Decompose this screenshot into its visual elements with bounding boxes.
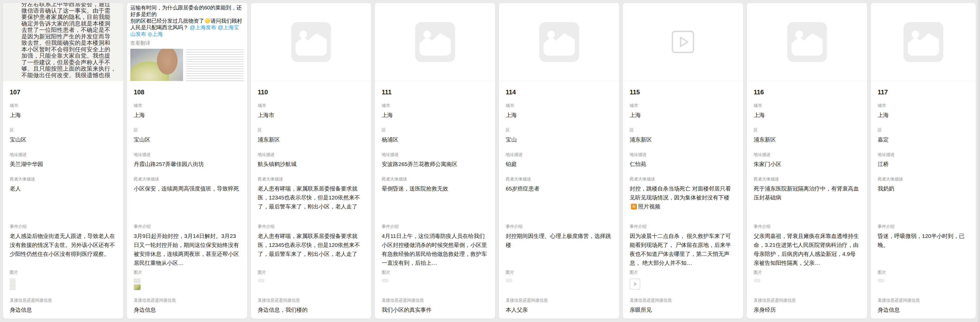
field-source: 直接信息还是间接信息 亲身经历 bbox=[754, 298, 860, 319]
field-source-label: 直接信息还是间接信息 bbox=[754, 298, 860, 303]
field-city: 城市 上海 bbox=[134, 103, 240, 127]
field-image: 图片 bbox=[382, 270, 488, 298]
you-badge-icon: 有 bbox=[631, 204, 637, 209]
card-gallery: 分左右联系上中华西居委会，通过 微信语音确认了这一事实。由于需 要保护患者家属的… bbox=[0, 0, 980, 319]
field-deceased-label: 死者大体描述 bbox=[878, 176, 969, 182]
attachment-thumbnail[interactable] bbox=[878, 279, 885, 282]
record-card-116[interactable]: 116 城市 上海 区 浦东新区 地址描述 朱家门小区 死者大体描述 死于浦东医… bbox=[746, 3, 867, 319]
field-event: 事件介绍 父亲周嘉祖，肾衰且瘫痪在床靠血透维持生命，3.21住进第七人民医院肾病… bbox=[754, 224, 860, 270]
field-deceased-label: 死者大体描述 bbox=[506, 176, 612, 182]
video-attachment-thumbnail[interactable] bbox=[630, 279, 640, 290]
attachment-thumbnail[interactable] bbox=[258, 279, 264, 282]
image-placeholder-icon bbox=[290, 20, 333, 64]
field-address-label: 地址描述 bbox=[382, 152, 488, 157]
field-city-label: 城市 bbox=[630, 103, 736, 109]
attachment-thumbnail[interactable] bbox=[382, 279, 388, 282]
field-event-value: 老人感染后物业街道无人跟进，导致老人在没有救援的情况下去世。另外该小区还有不少阳… bbox=[10, 232, 116, 259]
field-deceased: 死者大体描述 封控，跳楼自杀当场死亡 对面楼邻居只看见听见现场情况，因为集体被封… bbox=[630, 176, 736, 224]
record-card-108[interactable]: 运输有时间，为什么跟居委会的60的菜能到，还好多是烂的 别的区都已经分发过几批物… bbox=[127, 3, 247, 319]
field-image: 图片 bbox=[630, 270, 736, 298]
attachment-thumbnail[interactable] bbox=[754, 279, 760, 282]
attachment-thumbnail[interactable] bbox=[134, 279, 141, 284]
card-media-114 bbox=[499, 3, 619, 81]
field-event-label: 事件介绍 bbox=[630, 224, 736, 230]
field-deceased-label: 死者大体描述 bbox=[134, 176, 240, 182]
field-city-label: 城市 bbox=[878, 103, 969, 109]
field-district-value: 杨浦区 bbox=[382, 135, 488, 144]
field-image: 图片 bbox=[134, 270, 240, 298]
record-id: 117 bbox=[878, 81, 969, 103]
record-card-117[interactable]: 117 城市 上海 区 嘉定 地址描述 江桥 死者大体描述 我奶奶 事件介绍 昏… bbox=[870, 3, 976, 319]
record-id: 116 bbox=[754, 81, 860, 103]
field-deceased-value: 封控，跳楼自杀当场死亡 对面楼邻居只看见听见现场情况，因为集体被封没有下楼有照片… bbox=[630, 184, 736, 211]
field-event-value: 3月9日起开始封控，3月14日解封。3月23日又一轮封控开始，期间这位保安始终没… bbox=[134, 232, 240, 268]
field-city-value: 上海 bbox=[754, 111, 860, 120]
attachment-thumbnail[interactable] bbox=[134, 284, 141, 290]
field-deceased-value: 老人 bbox=[10, 184, 116, 193]
record-id: 108 bbox=[134, 81, 240, 103]
field-source-value: 本人父亲 bbox=[506, 305, 612, 314]
field-city-label: 城市 bbox=[506, 103, 612, 109]
field-address: 地址描述 航头镇鹤沙航城 bbox=[258, 152, 364, 176]
tweet-media-row bbox=[130, 49, 243, 81]
record-id: 110 bbox=[258, 81, 364, 103]
field-address-value: 美兰湖中华园 bbox=[10, 160, 116, 169]
record-card-110[interactable]: 110 城市 上海市 区 浦东新区 地址描述 航头镇鹤沙航城 死者大体描述 老人… bbox=[251, 3, 371, 319]
field-deceased-label: 死者大体描述 bbox=[630, 176, 736, 182]
attachment-thumbnail[interactable] bbox=[506, 279, 512, 282]
video-play-icon[interactable] bbox=[671, 30, 695, 54]
field-deceased: 死者大体描述 死于浦东医院新冠隔离治疗中，有肾衰高血压封基础病 bbox=[754, 176, 860, 224]
field-source: 直接信息还是间接信息 身边信息 bbox=[878, 298, 969, 319]
field-district-label: 区 bbox=[258, 127, 364, 133]
card-media-108[interactable]: 运输有时间，为什么跟居委会的60的菜能到，还好多是烂的 别的区都已经分发过几批物… bbox=[127, 3, 247, 81]
field-district-value: 宝山 bbox=[506, 135, 612, 144]
card-body: 107 城市 上海 区 宝山区 地址描述 美兰湖中华园 死者大体描述 老人 事件… bbox=[3, 81, 123, 319]
field-event-value: 4月11日上午，这位消毒防疫人员在给我们小区封控楼做消杀的时候突然晕倒，小区里有… bbox=[382, 232, 488, 268]
attachment-thumbnail[interactable] bbox=[10, 279, 16, 290]
field-city: 城市 上海 bbox=[506, 103, 612, 127]
record-card-115[interactable]: 115 城市 上海 区 浦东新区 地址描述 仁怡苑 死者大体描述 封控，跳楼自杀… bbox=[622, 3, 743, 319]
record-id: 111 bbox=[382, 81, 488, 103]
record-card-114[interactable]: 114 城市 上海 区 宝山 地址描述 铂庭 死者大体描述 65岁癌症患者 事件… bbox=[499, 3, 619, 319]
field-address: 地址描述 铂庭 bbox=[506, 152, 612, 176]
field-address-label: 地址描述 bbox=[630, 152, 736, 157]
image-placeholder-icon bbox=[537, 20, 581, 64]
card-media-116 bbox=[747, 3, 867, 81]
scrollbar-track[interactable] bbox=[978, 0, 980, 322]
field-source: 直接信息还是间接信息 身边信息 bbox=[10, 298, 116, 319]
field-city-label: 城市 bbox=[754, 103, 860, 109]
card-media-110 bbox=[251, 3, 371, 81]
field-city-label: 城市 bbox=[258, 103, 364, 109]
field-city-label: 城市 bbox=[10, 103, 116, 109]
field-image-label: 图片 bbox=[506, 270, 612, 275]
play-triangle-icon bbox=[634, 282, 637, 286]
field-event-label: 事件介绍 bbox=[506, 224, 612, 230]
field-district-label: 区 bbox=[878, 127, 969, 133]
field-source-label: 直接信息还是间接信息 bbox=[134, 298, 240, 303]
field-image: 图片 bbox=[506, 270, 612, 298]
field-deceased-value: 我奶奶 bbox=[878, 184, 969, 193]
field-city-value: 上海 bbox=[134, 111, 240, 120]
field-source-label: 直接信息还是间接信息 bbox=[382, 298, 488, 303]
mention-link[interactable]: @上海发布 bbox=[190, 24, 216, 30]
field-address: 地址描述 江桥 bbox=[878, 152, 969, 176]
field-source-value: 亲眼所见 bbox=[630, 305, 736, 314]
field-event-value: 老人患有哮喘，家属联系居委报备要求就医，12345也表示尽快，但是120依然来不… bbox=[258, 232, 364, 259]
text-screenshot-image: 分左右联系上中华西居委会，通过 微信语音确认了这一事实。由于需 要保护患者家属的… bbox=[3, 3, 123, 81]
field-district-value: 宝山区 bbox=[134, 135, 240, 144]
field-image-label: 图片 bbox=[878, 270, 969, 275]
field-address: 地址描述 丹霞山路257弄馨佳园八街坊 bbox=[134, 152, 240, 176]
field-source-value: 身边信息，我们楼的 bbox=[258, 305, 364, 314]
record-card-107[interactable]: 分左右联系上中华西居委会，通过 微信语音确认了这一事实。由于需 要保护患者家属的… bbox=[3, 3, 124, 319]
record-card-111[interactable]: 111 城市 上海 区 杨浦区 地址描述 安波路265弄兰花教师公寓南区 死者大… bbox=[375, 3, 495, 319]
card-media-111 bbox=[375, 3, 495, 81]
card-media-115[interactable] bbox=[623, 3, 743, 81]
location-link[interactable]: ◎上海 bbox=[148, 31, 163, 37]
field-image-label: 图片 bbox=[258, 270, 364, 275]
translate-link[interactable]: 查看翻译 bbox=[130, 40, 243, 47]
field-image-label: 图片 bbox=[382, 270, 488, 275]
field-event-label: 事件介绍 bbox=[878, 224, 969, 230]
field-district-label: 区 bbox=[630, 127, 736, 133]
card-media-107[interactable]: 分左右联系上中华西居委会，通过 微信语音确认了这一事实。由于需 要保护患者家属的… bbox=[3, 3, 123, 81]
field-deceased-value: 65岁癌症患者 bbox=[506, 184, 612, 193]
